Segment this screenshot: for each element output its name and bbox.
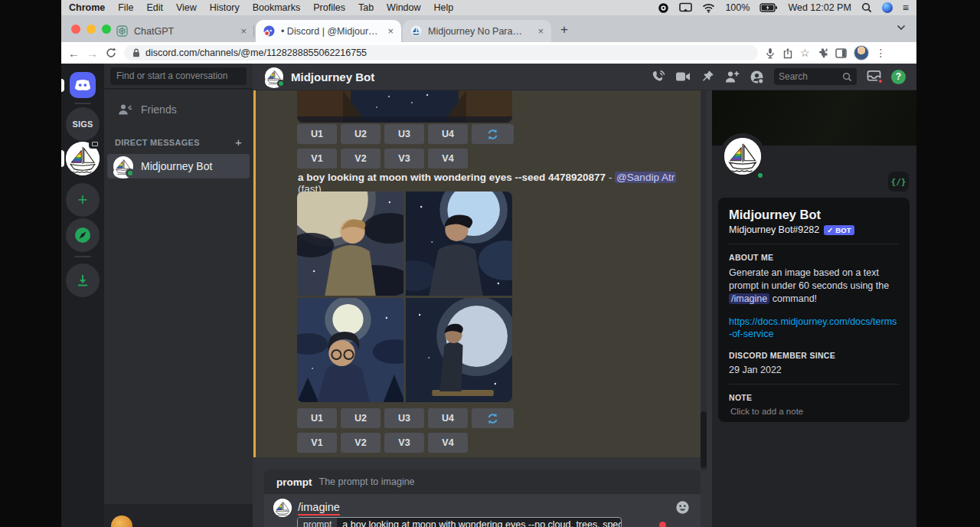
refresh-icon xyxy=(486,412,499,425)
bookmark-star-icon[interactable]: ☆ xyxy=(800,47,810,58)
member-since-header: DISCORD MEMBER SINCE xyxy=(729,351,899,360)
v4-button[interactable]: V4 xyxy=(428,149,468,169)
browser-toolbar: ← → discord.com/channels/@me/11282888550… xyxy=(61,42,916,64)
u2-button[interactable]: U2 xyxy=(341,124,381,144)
u4-button[interactable]: U4 xyxy=(428,124,468,144)
server-sigs[interactable]: SIGS xyxy=(66,107,100,141)
note-header: NOTE xyxy=(729,393,899,402)
discord-home-button[interactable] xyxy=(70,72,96,98)
emoji-picker-icon[interactable] xyxy=(675,500,690,515)
video-call-icon[interactable] xyxy=(675,70,691,83)
close-tab-icon[interactable]: × xyxy=(240,26,247,36)
menu-profiles[interactable]: Profiles xyxy=(313,2,345,13)
minimize-window-button[interactable] xyxy=(87,25,96,34)
voice-call-icon[interactable] xyxy=(651,70,665,84)
prompt-option-field[interactable]: prompt a boy looking at moon with wonder… xyxy=(297,517,622,527)
reroll-button[interactable] xyxy=(472,124,514,144)
message-input[interactable]: /imagine prompt a boy looking at moon wi… xyxy=(264,494,701,527)
u4-button[interactable]: U4 xyxy=(428,408,468,428)
screen-record-icon[interactable] xyxy=(658,2,669,14)
command-autocomplete[interactable]: prompt The prompt to imagine xyxy=(264,470,701,494)
user-profile-icon[interactable] xyxy=(750,70,764,84)
u2-button[interactable]: U2 xyxy=(341,408,381,428)
v3-button[interactable]: V3 xyxy=(384,149,424,169)
u1-button[interactable]: U1 xyxy=(297,124,337,144)
download-apps-button[interactable] xyxy=(66,264,100,297)
back-button[interactable]: ← xyxy=(68,47,80,59)
battery-percent: 100% xyxy=(725,2,750,13)
divider xyxy=(729,384,899,385)
v1-button[interactable]: V1 xyxy=(297,433,337,453)
close-window-button[interactable] xyxy=(71,25,80,34)
menu-file[interactable]: File xyxy=(118,2,133,13)
tab-chatgpt[interactable]: ChatGPT × xyxy=(109,20,254,42)
download-icon xyxy=(75,273,90,288)
friends-label: Friends xyxy=(141,103,177,116)
share-icon[interactable] xyxy=(782,47,793,59)
address-bar[interactable]: discord.com/channels/@me/112828885506221… xyxy=(124,45,758,61)
chat-search-box[interactable]: Search xyxy=(774,68,857,85)
forward-button[interactable]: → xyxy=(87,47,98,59)
question-glyph: ? xyxy=(896,71,901,82)
tab-search-chevron-icon[interactable] xyxy=(897,25,906,31)
tab-strip: ChatGPT × • Discord | @Midjourney Bot × … xyxy=(61,15,916,42)
dm-item-midjourney-bot[interactable]: Midjourney Bot xyxy=(107,154,250,178)
online-status-dot xyxy=(277,80,285,87)
spotlight-search-icon[interactable] xyxy=(861,2,872,13)
midjourney-grid-image-partial[interactable] xyxy=(297,90,512,123)
imagine-command-chip[interactable]: /imagine xyxy=(729,293,769,304)
control-center-icon[interactable] xyxy=(882,2,893,13)
reload-button[interactable] xyxy=(105,47,117,59)
v2-button[interactable]: V2 xyxy=(341,433,381,453)
new-tab-button[interactable]: + xyxy=(560,22,568,38)
midjourney-grid-image[interactable] xyxy=(297,191,512,402)
add-server-button[interactable]: + xyxy=(66,183,100,217)
help-icon[interactable]: ? xyxy=(891,70,906,84)
menu-tab[interactable]: Tab xyxy=(358,2,374,13)
browser-profile-avatar[interactable] xyxy=(854,45,869,61)
v1-button[interactable]: V1 xyxy=(297,149,337,169)
menu-history[interactable]: History xyxy=(210,2,240,13)
menu-bookmarks[interactable]: Bookmarks xyxy=(253,2,301,13)
menu-app-chrome[interactable]: Chrome xyxy=(69,2,105,13)
wifi-icon[interactable] xyxy=(702,3,715,13)
slash-commands-badge[interactable]: {/} xyxy=(888,172,909,191)
dm-indicator-pill xyxy=(61,150,64,167)
search-icon xyxy=(842,72,852,82)
conversation-search-button[interactable]: Find or start a conversation xyxy=(110,67,247,85)
upscale-button-row: U1 U2 U3 U4 xyxy=(297,408,514,428)
reroll-button[interactable] xyxy=(472,408,514,428)
browser-menu-dots-icon[interactable]: ⋮ xyxy=(876,47,887,59)
pin-icon[interactable] xyxy=(701,70,714,83)
close-tab-icon[interactable]: × xyxy=(537,26,544,36)
u3-button[interactable]: U3 xyxy=(384,408,424,428)
tab-midjourney[interactable]: Midjourney No Parameter × xyxy=(403,20,551,42)
explore-servers-button[interactable] xyxy=(66,218,100,252)
list-menu-icon[interactable]: ≡ xyxy=(903,2,909,13)
menu-help[interactable]: Help xyxy=(434,2,454,13)
current-user-avatar[interactable] xyxy=(111,516,132,527)
terms-of-service-link[interactable]: https://docs.midjourney.com/docs/terms-o… xyxy=(729,316,899,341)
add-friend-icon[interactable] xyxy=(724,70,740,83)
screen-mirroring-icon[interactable] xyxy=(679,2,692,13)
mic-icon[interactable] xyxy=(765,47,776,59)
sidebar-item-friends[interactable]: Friends xyxy=(110,98,247,121)
autocomplete-description: The prompt to imagine xyxy=(319,476,415,487)
close-tab-icon[interactable]: × xyxy=(387,26,394,36)
u1-button[interactable]: U1 xyxy=(297,408,337,428)
v3-button[interactable]: V3 xyxy=(384,433,424,453)
menu-window[interactable]: Window xyxy=(387,2,420,13)
menubar-clock[interactable]: Wed 12:02 PM xyxy=(788,2,851,13)
side-panel-icon[interactable] xyxy=(835,48,847,58)
v4-button[interactable]: V4 xyxy=(428,433,468,453)
menu-edit[interactable]: Edit xyxy=(146,2,163,13)
user-mention[interactable]: @Sandip Atr xyxy=(615,172,676,183)
menu-view[interactable]: View xyxy=(176,2,197,13)
v2-button[interactable]: V2 xyxy=(341,149,381,169)
u3-button[interactable]: U3 xyxy=(384,124,424,144)
create-dm-icon[interactable]: + xyxy=(235,136,242,149)
tab-discord-active[interactable]: • Discord | @Midjourney Bot × xyxy=(256,20,401,42)
note-input[interactable]: Click to add a note xyxy=(729,407,899,416)
chat-scrollbar-thumb[interactable] xyxy=(701,411,707,468)
extensions-puzzle-icon[interactable] xyxy=(817,47,828,59)
